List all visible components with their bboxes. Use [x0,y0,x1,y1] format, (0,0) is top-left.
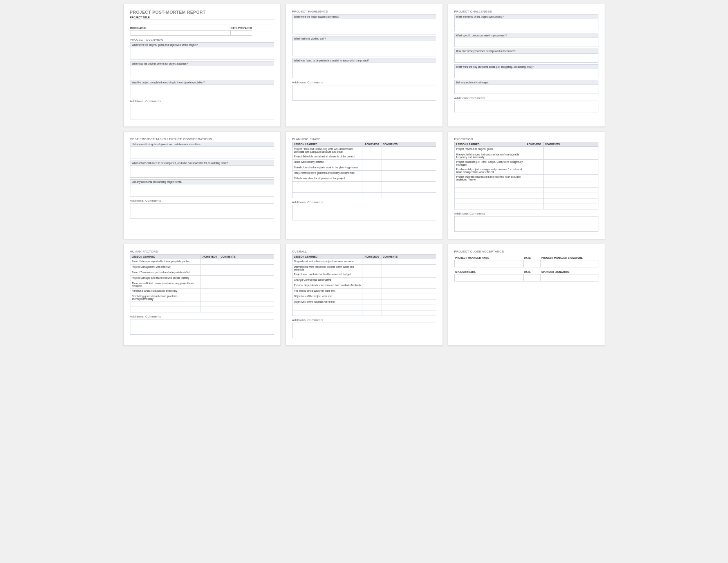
achieved-cell[interactable] [363,283,381,289]
achieved-cell[interactable] [525,167,543,175]
achieved-cell[interactable] [525,193,543,198]
comments-cell[interactable] [219,276,274,281]
achieved-cell[interactable] [201,294,219,301]
achieved-cell[interactable] [363,176,381,182]
sponsor-sig-input[interactable] [540,274,598,282]
q-outstanding-input[interactable] [130,184,274,197]
comments-cell[interactable] [219,289,274,294]
comments-cell[interactable] [381,165,436,171]
achieved-cell[interactable] [201,276,219,281]
achieved-cell[interactable] [525,198,543,204]
achieved-cell[interactable] [525,152,543,160]
comments-cell[interactable] [381,272,436,278]
comments-cell[interactable] [219,259,274,265]
achieved-cell[interactable] [525,182,543,188]
comments-cell[interactable] [381,187,436,193]
comments-input[interactable] [130,104,274,119]
achieved-cell[interactable] [363,187,381,193]
comments-cell[interactable] [219,281,274,289]
project-title-input[interactable] [130,20,274,25]
achieved-cell[interactable] [363,171,381,176]
achieved-cell[interactable] [201,259,219,265]
comments-cell[interactable] [219,307,274,312]
comments-cell[interactable] [381,278,436,283]
achieved-cell[interactable] [363,147,381,154]
comments-cell[interactable] [381,300,436,305]
comments-cell[interactable] [381,182,436,187]
comments-cell[interactable] [543,167,598,175]
achieved-cell[interactable] [201,265,219,270]
achieved-cell[interactable] [363,265,381,272]
comments-cell[interactable] [543,188,598,193]
comments-cell[interactable] [543,193,598,198]
q-key-problems-input[interactable] [454,69,598,78]
q-methods-input[interactable] [292,41,436,56]
q-goals-input[interactable] [130,47,274,60]
pm-date-input[interactable] [523,260,540,267]
comments-cell[interactable] [219,270,274,276]
comments-cell[interactable] [381,193,436,198]
achieved-cell[interactable] [363,193,381,198]
q-technical-input[interactable] [454,85,598,94]
q-wrong-input[interactable] [454,19,598,31]
moderator-input[interactable] [130,30,231,36]
comments-input[interactable] [292,323,436,338]
achieved-cell[interactable] [363,278,381,283]
achieved-cell[interactable] [201,289,219,294]
comments-cell[interactable] [543,204,598,209]
comments-cell[interactable] [381,310,436,316]
q-future-improve-input[interactable] [454,53,598,63]
comments-cell[interactable] [381,305,436,310]
achieved-cell[interactable] [363,310,381,316]
q-useful-input[interactable] [292,63,436,78]
achieved-cell[interactable] [363,165,381,171]
comments-cell[interactable] [543,198,598,204]
achieved-cell[interactable] [201,301,219,307]
pm-sig-input[interactable] [540,260,598,267]
comments-input[interactable] [454,216,598,232]
date-prepared-input[interactable] [231,30,252,36]
achieved-cell[interactable] [363,259,381,265]
comments-cell[interactable] [219,265,274,270]
q-process-improve-input[interactable] [454,38,598,47]
achieved-cell[interactable] [363,300,381,305]
comments-input[interactable] [130,203,274,219]
achieved-cell[interactable] [363,294,381,300]
achieved-cell[interactable] [525,175,543,182]
achieved-cell[interactable] [363,289,381,294]
comments-cell[interactable] [381,154,436,160]
comments-input[interactable] [292,205,436,220]
comments-cell[interactable] [543,147,598,152]
pm-name-input[interactable] [454,260,523,267]
comments-cell[interactable] [381,160,436,165]
comments-cell[interactable] [219,301,274,307]
achieved-cell[interactable] [201,307,219,312]
achieved-cell[interactable] [525,204,543,209]
comments-cell[interactable] [219,294,274,301]
comments-cell[interactable] [381,294,436,300]
q-accomplishments-input[interactable] [292,19,436,34]
comments-input[interactable] [454,101,598,112]
achieved-cell[interactable] [201,281,219,289]
comments-cell[interactable] [381,265,436,272]
comments-cell[interactable] [381,283,436,289]
comments-cell[interactable] [381,289,436,294]
comments-cell[interactable] [543,182,598,188]
q-actions-input[interactable] [130,165,274,178]
achieved-cell[interactable] [363,272,381,278]
achieved-cell[interactable] [525,160,543,167]
comments-cell[interactable] [381,259,436,265]
achieved-cell[interactable] [363,182,381,187]
achieved-cell[interactable] [363,160,381,165]
achieved-cell[interactable] [363,305,381,310]
achieved-cell[interactable] [525,147,543,152]
sponsor-date-input[interactable] [523,274,540,282]
comments-cell[interactable] [543,152,598,160]
q-criteria-input[interactable] [130,66,274,78]
sponsor-name-input[interactable] [454,274,523,282]
q-continuing-input[interactable] [130,146,274,159]
achieved-cell[interactable] [363,154,381,160]
q-expectation-input[interactable] [130,85,274,97]
comments-cell[interactable] [381,176,436,182]
comments-cell[interactable] [381,171,436,176]
